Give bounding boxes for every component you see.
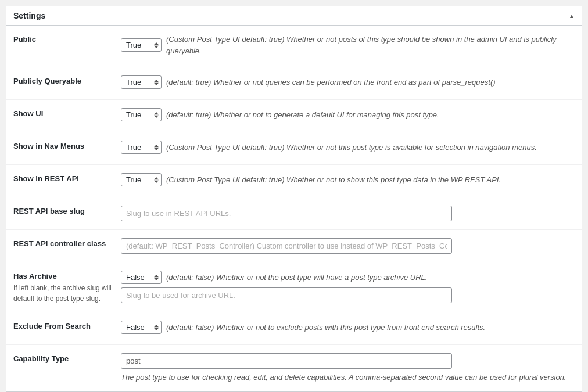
desc-publicly-queryable: (default: true) Whether or not queries c… <box>166 77 496 88</box>
label-show-ui: Show UI <box>13 108 121 118</box>
control-row-publicly-queryable: TrueFalse(default: true) Whether or not … <box>121 75 575 89</box>
control-capability-type: The post type to use for checking read, … <box>121 353 575 383</box>
label-rest-api-controller-class: REST API controller class <box>13 238 121 248</box>
select-exclude-from-search[interactable]: FalseTrue <box>121 321 162 334</box>
control-show-in-nav-menus: TrueFalse(Custom Post Type UI default: t… <box>121 141 575 156</box>
label-has-archive: Has ArchiveIf left blank, the archive sl… <box>13 271 121 304</box>
panel-body: PublicTrueFalse(Custom Post Type UI defa… <box>6 26 582 391</box>
input-capability-type[interactable] <box>121 353 452 369</box>
label-sub-has-archive: If left blank, the archive slug will def… <box>13 283 121 304</box>
desc-exclude-from-search: (default: false) Whether or not to exclu… <box>166 322 485 333</box>
select-has-archive[interactable]: FalseTrue <box>121 271 162 284</box>
settings-row-rest-api-controller-class: REST API controller class <box>6 230 582 262</box>
control-row-show-in-nav-menus: TrueFalse(Custom Post Type UI default: t… <box>121 141 575 154</box>
control-exclude-from-search: FalseTrue(default: false) Whether or not… <box>121 321 575 336</box>
control-rest-api-controller-class <box>121 238 575 254</box>
label-rest-api-base-slug: REST API base slug <box>13 206 121 215</box>
label-text-public: Public <box>13 35 36 44</box>
label-capability-type: Capability Type <box>13 353 121 363</box>
desc-show-ui: (default: true) Whether or not to genera… <box>166 109 439 121</box>
control-show-in-rest-api: TrueFalse(Custom Post Type UI default: t… <box>121 173 575 189</box>
input-rest-api-controller-class[interactable] <box>121 238 452 254</box>
select-publicly-queryable[interactable]: TrueFalse <box>121 75 162 89</box>
label-text-rest-api-base-slug: REST API base slug <box>13 207 85 215</box>
input-rest-api-base-slug[interactable] <box>121 206 452 221</box>
select-show-ui[interactable]: TrueFalse <box>121 108 162 121</box>
desc-show-in-rest-api: (Custom Post Type UI default: true) Whet… <box>166 174 501 186</box>
settings-row-exclude-from-search: Exclude From SearchFalseTrue(default: fa… <box>6 312 582 345</box>
settings-row-has-archive: Has ArchiveIf left blank, the archive sl… <box>6 262 582 312</box>
label-text-has-archive: Has Archive <box>13 272 57 280</box>
label-show-in-rest-api: Show in REST API <box>13 173 121 183</box>
select-public[interactable]: TrueFalse <box>121 38 162 52</box>
panel-arrow-icon: ▲ <box>569 13 575 19</box>
control-row-has-archive: FalseTrue(default: false) Whether or not… <box>121 271 575 284</box>
select-show-in-nav-menus[interactable]: TrueFalse <box>121 141 162 154</box>
label-text-publicly-queryable: Publicly Queryable <box>13 77 81 85</box>
settings-row-publicly-queryable: Publicly QueryableTrueFalse(default: tru… <box>6 67 582 100</box>
label-public: Public <box>13 34 121 44</box>
settings-row-capability-type: Capability TypeThe post type to use for … <box>6 345 582 391</box>
control-row-show-ui: TrueFalse(default: true) Whether or not … <box>121 108 575 121</box>
desc-public: (Custom Post Type UI default: true) Whet… <box>166 34 575 56</box>
label-publicly-queryable: Publicly Queryable <box>13 75 121 85</box>
label-text-exclude-from-search: Exclude From Search <box>13 322 91 330</box>
label-text-show-in-nav-menus: Show in Nav Menus <box>13 142 84 150</box>
settings-row-rest-api-base-slug: REST API base slug <box>6 197 582 230</box>
control-publicly-queryable: TrueFalse(default: true) Whether or not … <box>121 75 575 91</box>
desc-show-in-nav-menus: (Custom Post Type UI default: true) Whet… <box>166 142 537 153</box>
panel-header[interactable]: Settings ▲ <box>6 6 582 26</box>
desc-capability-type: The post type to use for checking read, … <box>121 372 575 383</box>
control-public: TrueFalse(Custom Post Type UI default: t… <box>121 34 575 59</box>
label-text-show-in-rest-api: Show in REST API <box>13 174 79 183</box>
control-row-public: TrueFalse(Custom Post Type UI default: t… <box>121 34 575 56</box>
label-text-capability-type: Capability Type <box>13 354 69 363</box>
settings-row-show-ui: Show UITrueFalse(default: true) Whether … <box>6 100 582 132</box>
control-show-ui: TrueFalse(default: true) Whether or not … <box>121 108 575 124</box>
settings-panel: Settings ▲ PublicTrueFalse(Custom Post T… <box>6 6 582 392</box>
panel-title: Settings <box>13 11 45 20</box>
archive-slug-input[interactable] <box>121 287 452 303</box>
desc-has-archive: (default: false) Whether or not the post… <box>166 272 427 283</box>
label-text-show-ui: Show UI <box>13 109 43 118</box>
label-exclude-from-search: Exclude From Search <box>13 321 121 330</box>
control-row-show-in-rest-api: TrueFalse(Custom Post Type UI default: t… <box>121 173 575 186</box>
settings-row-public: PublicTrueFalse(Custom Post Type UI defa… <box>6 26 582 67</box>
settings-row-show-in-nav-menus: Show in Nav MenusTrueFalse(Custom Post T… <box>6 132 582 165</box>
control-rest-api-base-slug <box>121 206 575 221</box>
label-show-in-nav-menus: Show in Nav Menus <box>13 141 121 150</box>
label-text-rest-api-controller-class: REST API controller class <box>13 239 106 248</box>
settings-row-show-in-rest-api: Show in REST APITrueFalse(Custom Post Ty… <box>6 165 582 197</box>
control-row-exclude-from-search: FalseTrue(default: false) Whether or not… <box>121 321 575 334</box>
select-show-in-rest-api[interactable]: TrueFalse <box>121 173 162 186</box>
control-has-archive: FalseTrue(default: false) Whether or not… <box>121 271 575 303</box>
